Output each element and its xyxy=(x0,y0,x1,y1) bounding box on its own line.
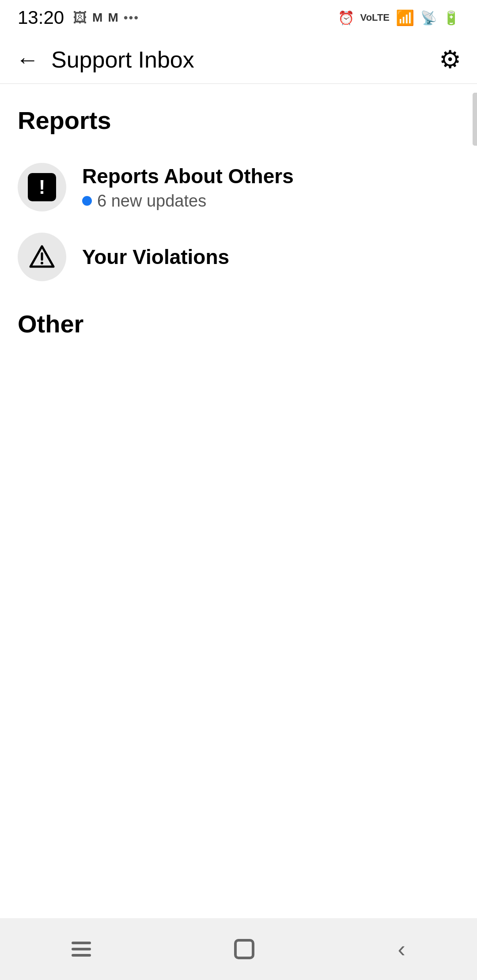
reports-section: Reports ! Reports About Others 6 new upd… xyxy=(18,106,459,292)
back-arrow-icon: ← xyxy=(16,48,39,71)
home-button[interactable] xyxy=(208,930,281,968)
reports-about-others-icon-circle: ! xyxy=(18,163,66,211)
android-back-icon: ‹ xyxy=(398,938,405,961)
back-button[interactable]: ← xyxy=(16,48,39,71)
home-icon xyxy=(234,939,254,959)
main-content: Reports ! Reports About Others 6 new upd… xyxy=(0,84,477,373)
your-violations-icon-circle xyxy=(18,233,66,281)
status-bar: 13:20 🖼 M M ••• ⏰ VoLTE 📶 📡 🔋 xyxy=(0,0,477,35)
status-left: 13:20 🖼 M M ••• xyxy=(18,7,139,28)
battery-icon: 🔋 xyxy=(443,10,459,26)
wifi-icon: 📶 xyxy=(396,9,414,26)
reports-about-others-item[interactable]: ! Reports About Others 6 new updates xyxy=(18,152,459,222)
your-violations-title: Your Violations xyxy=(82,245,229,269)
gear-icon: ⚙ xyxy=(439,45,461,74)
other-section: Other xyxy=(18,309,459,338)
reports-about-others-text: Reports About Others 6 new updates xyxy=(82,164,294,211)
page-title: Support Inbox xyxy=(51,46,194,73)
status-right: ⏰ VoLTE 📶 📡 🔋 xyxy=(338,9,459,26)
your-violations-text: Your Violations xyxy=(82,245,229,269)
settings-button[interactable]: ⚙ xyxy=(439,45,461,74)
signal-icon: 📡 xyxy=(420,10,437,26)
more-status-icon: ••• xyxy=(124,11,139,25)
recent-apps-icon xyxy=(72,942,91,957)
recent-apps-button[interactable] xyxy=(45,933,117,965)
status-time: 13:20 xyxy=(18,7,64,28)
your-violations-item[interactable]: Your Violations xyxy=(18,222,459,292)
reports-section-title: Reports xyxy=(18,106,459,135)
nav-bar: ‹ xyxy=(0,918,477,980)
alarm-icon: ⏰ xyxy=(338,10,354,26)
warning-icon xyxy=(29,244,55,270)
other-section-title: Other xyxy=(18,309,459,338)
volte-icon: VoLTE xyxy=(360,12,390,23)
content-wrapper: Reports ! Reports About Others 6 new upd… xyxy=(0,84,477,918)
svg-point-2 xyxy=(41,262,43,264)
exclamation-icon: ! xyxy=(28,173,56,201)
image-status-icon: 🖼 xyxy=(73,10,87,26)
android-back-button[interactable]: ‹ xyxy=(371,929,432,969)
app-bar-left: ← Support Inbox xyxy=(16,46,194,73)
app-bar: ← Support Inbox ⚙ xyxy=(0,35,477,84)
scroll-indicator xyxy=(473,93,477,146)
new-updates-dot xyxy=(82,196,92,206)
reports-about-others-subtitle: 6 new updates xyxy=(82,192,294,211)
gmail-status-icon-1: M xyxy=(92,11,102,25)
reports-about-others-title: Reports About Others xyxy=(82,164,294,188)
gmail-status-icon-2: M xyxy=(108,11,118,25)
status-icons: 🖼 M M ••• xyxy=(73,10,139,26)
